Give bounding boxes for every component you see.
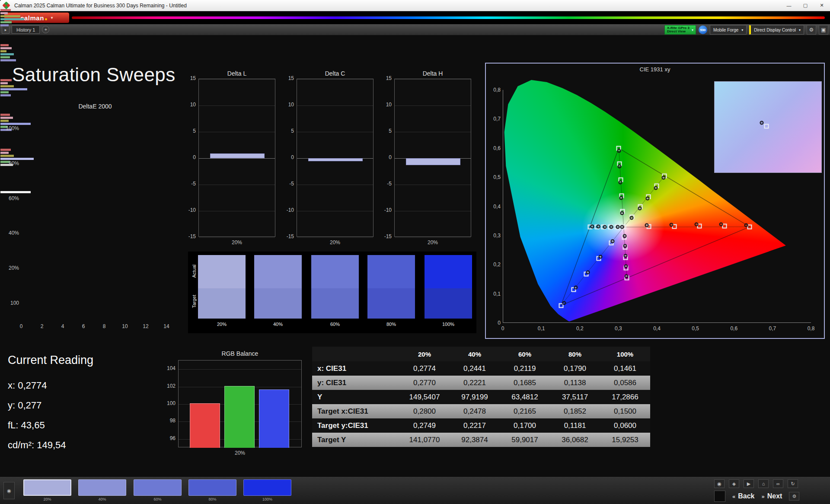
pattern-swatch-40%[interactable]: 40% <box>78 479 126 502</box>
deltae-xtick-label: 8 <box>103 323 106 329</box>
table-header-cell <box>312 347 399 361</box>
delta-l-title: Delta L <box>227 70 246 77</box>
cie-measured-yellow <box>638 206 642 210</box>
table-header-cell: 40% <box>450 347 500 361</box>
deltaL-gridline <box>199 132 275 132</box>
deltaC-gridline <box>297 132 373 132</box>
display-control-selector[interactable]: Direct Display Control ▾ <box>749 25 804 35</box>
eye-icon-button[interactable]: ◉ <box>3 482 15 499</box>
deltae-xtick-label: 14 <box>163 323 169 329</box>
eye-icon[interactable]: ◉ <box>714 479 725 488</box>
inset-target-point <box>764 124 769 128</box>
cie-ytick-label: 0,8 <box>486 87 501 93</box>
swatch-column-label: 100% <box>425 322 472 327</box>
cie-measured-blue <box>562 301 566 305</box>
cie-ytick-label: 0,3 <box>486 233 501 239</box>
table-row-label: Target y:CIE31 <box>312 418 399 433</box>
maximize-button[interactable]: ▢ <box>797 0 814 11</box>
pattern-window-button[interactable] <box>714 491 725 502</box>
table-row: x: CIE310,27740,24410,21190,17900,1461 <box>312 361 650 376</box>
minimize-button[interactable]: — <box>781 0 797 11</box>
deltae-bar <box>0 24 9 26</box>
workflow-selector[interactable]: Mobile Forge ▾ <box>710 25 747 35</box>
deltae-bar <box>0 91 9 93</box>
cie-measured-yellow <box>646 196 650 200</box>
deltae-bar <box>0 79 12 81</box>
target-swatch-20% <box>198 288 246 319</box>
pattern-swatch-20%[interactable]: 20% <box>23 479 71 502</box>
history-expander-button[interactable]: ▸ <box>2 26 10 34</box>
deltae-bar <box>0 44 9 46</box>
table-row: Y149,540797,919963,481237,511717,2866 <box>312 390 650 404</box>
deltaL-gridline <box>199 105 275 106</box>
delta-l-xlabel: 20% <box>232 239 242 246</box>
tab-history-1[interactable]: History 1 <box>12 26 40 34</box>
table-row-label: x: CIE31 <box>312 361 399 376</box>
link-icon[interactable]: ∞ <box>773 479 783 488</box>
rgb-balance-title: RGB Balance <box>222 350 259 357</box>
cie-measured-cyan <box>590 224 594 228</box>
deltaC-gridline <box>297 237 373 238</box>
toolbar-left: ▸ History 1 + <box>2 26 49 34</box>
status-badge: 590 <box>699 26 707 34</box>
deltae-bar <box>0 47 12 49</box>
back-icon: « <box>732 493 735 500</box>
toolbar-right: X-Rite i1Pro 3 Direct View ▾ 590 Mobile … <box>664 25 828 35</box>
table-row-label: Target x:CIE31 <box>312 404 399 418</box>
deltaL-gridline <box>199 237 275 238</box>
deltaC-bar <box>308 158 363 161</box>
meter-selector[interactable]: X-Rite i1Pro 3 Direct View ▾ <box>664 25 696 35</box>
deltae-group-label: 60% <box>0 195 19 201</box>
add-tab-button[interactable]: + <box>42 26 49 33</box>
table-row-label: y: CIE31 <box>312 376 399 390</box>
actual-row-label: Actual <box>192 265 197 278</box>
settings-gear-button[interactable]: ⚙ <box>807 25 816 35</box>
reading-fl: fL: 43,65 <box>8 415 93 435</box>
cie-measured-blue <box>574 286 578 290</box>
delta-c-xlabel: 20% <box>330 239 340 246</box>
window-tool-button[interactable]: ▣ <box>819 25 828 35</box>
chevron-down-icon: ▾ <box>741 28 743 32</box>
meter-icon[interactable]: ◈ <box>729 479 739 488</box>
cie-measured-cyan <box>610 225 613 229</box>
bottom-bar: ◉ ◉◈▶⌂∞↻ « Back » Next ⚙ 20%40%60%80%100… <box>0 476 830 504</box>
pattern-swatch-100%[interactable]: 100% <box>243 479 291 502</box>
refresh-icon[interactable]: ↻ <box>788 479 798 488</box>
brand-bar: calman ▾ <box>0 11 830 24</box>
deltaL-ytick-label: 10 <box>179 102 196 108</box>
close-button[interactable]: ✕ <box>814 0 830 11</box>
calman-logo-menu[interactable]: calman ▾ <box>4 13 69 23</box>
pattern-swatch-label: 100% <box>243 497 291 501</box>
deltaC-gridline <box>297 79 373 80</box>
cie-measured-magenta <box>625 274 629 278</box>
table-value-cell: 0,2800 <box>399 404 450 418</box>
window-controls: — ▢ ✕ <box>781 0 830 11</box>
window-titlebar: Calman 2025 Calman Ultimate for Business… <box>0 0 830 11</box>
cie-measured-red <box>645 223 649 227</box>
deltae-group-label: 100 <box>0 300 19 306</box>
table-row-label: Y <box>312 390 399 404</box>
next-button[interactable]: » Next <box>761 492 782 500</box>
meter-label: X-Rite i1Pro 3 Direct View <box>667 26 690 33</box>
table-value-cell: 0,2478 <box>450 404 500 418</box>
back-button[interactable]: « Back <box>732 492 754 500</box>
delta-c-title: Delta C <box>325 70 345 77</box>
cie-1931-panel: CIE 1931 xy 00,10,20,30,40,50,60,70,800,… <box>485 63 825 339</box>
play-icon[interactable]: ▶ <box>744 479 754 488</box>
table-value-cell: 0,2770 <box>399 376 450 390</box>
deltaL-ytick-label: -10 <box>179 207 196 213</box>
pattern-swatch-color <box>134 479 182 496</box>
settings-gear-button[interactable]: ⚙ <box>789 492 799 501</box>
target-swatch-40% <box>254 288 302 319</box>
home-icon[interactable]: ⌂ <box>758 479 769 488</box>
deltaH-gridline <box>395 105 471 106</box>
pattern-swatch-60%[interactable]: 60% <box>134 479 182 502</box>
table-row: Target Y141,077092,387459,901736,068215,… <box>312 433 650 447</box>
table-value-cell: 0,0586 <box>600 376 650 390</box>
pattern-swatch-80%[interactable]: 80% <box>188 479 236 502</box>
table-header: 20%40%60%80%100% <box>312 347 650 361</box>
deltaL-gridline <box>199 185 275 185</box>
cie-measured-green <box>619 196 623 200</box>
deltae-xtick-label: 6 <box>82 323 85 329</box>
deltae-group-label: 100% <box>0 125 19 131</box>
